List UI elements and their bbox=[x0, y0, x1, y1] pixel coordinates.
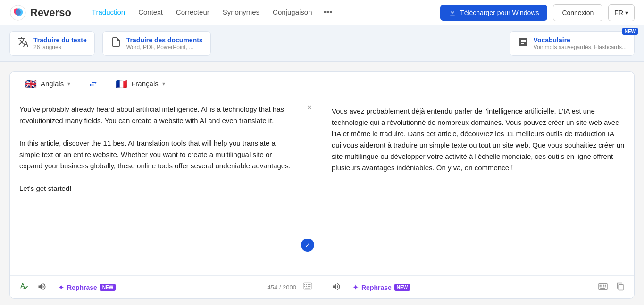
target-rephrase-new-badge: NEW bbox=[394, 284, 410, 291]
check-icon: ✓ bbox=[301, 239, 314, 252]
source-textarea[interactable] bbox=[19, 104, 312, 268]
svg-rect-13 bbox=[601, 284, 602, 285]
nav-context[interactable]: Context bbox=[132, 0, 169, 25]
svg-rect-5 bbox=[309, 284, 311, 285]
target-lang-selector[interactable]: 🇫🇷 Français ▾ bbox=[110, 74, 171, 93]
translation-panels: × ✓ Vous avez probablement déjà entendu … bbox=[10, 96, 634, 275]
source-flag-icon: 🇬🇧 bbox=[25, 78, 37, 90]
target-footer: ✦ Rephrase NEW bbox=[322, 276, 634, 298]
nav-traduction[interactable]: Traduction bbox=[85, 0, 132, 25]
target-flag-icon: 🇫🇷 bbox=[116, 78, 127, 90]
logo-icon bbox=[9, 4, 26, 21]
spell-check-button[interactable] bbox=[17, 280, 31, 295]
translate-text-title: Traduire du texte bbox=[33, 36, 87, 44]
source-lang-chevron-icon: ▾ bbox=[67, 81, 70, 87]
nav-synonymes[interactable]: Synonymes bbox=[216, 0, 266, 25]
chevron-down-icon: ▾ bbox=[625, 9, 628, 16]
translation-output: Vous avez probablement déjà entendu parl… bbox=[332, 104, 625, 175]
swap-languages-button[interactable] bbox=[85, 76, 100, 91]
nav-correcteur[interactable]: Correcteur bbox=[169, 0, 216, 25]
target-rephrase-label: Rephrase bbox=[361, 284, 392, 291]
target-keyboard-button[interactable] bbox=[596, 280, 610, 295]
svg-rect-7 bbox=[306, 286, 307, 287]
svg-rect-17 bbox=[601, 286, 602, 287]
keyboard-icon bbox=[303, 282, 312, 290]
header: Reverso Traduction Context Correcteur Sy… bbox=[0, 0, 644, 25]
svg-rect-14 bbox=[603, 284, 604, 285]
vocab-card[interactable]: NEW Vocabulaire Voir mots sauvegardés, F… bbox=[510, 31, 635, 56]
connexion-button[interactable]: Connexion bbox=[553, 4, 602, 21]
target-rephrase-button[interactable]: ✦ Rephrase NEW bbox=[348, 280, 415, 295]
rephrase-label: Rephrase bbox=[67, 284, 97, 291]
translate-doc-info: Traduire des documents Word, PDF, PowerP… bbox=[126, 36, 203, 50]
source-footer: ✦ Rephrase NEW 454 / 2000 bbox=[10, 276, 322, 298]
target-lang-chevron-icon: ▾ bbox=[162, 81, 165, 87]
download-button[interactable]: Télécharger pour Windows bbox=[440, 5, 547, 21]
rephrase-new-badge: NEW bbox=[100, 284, 116, 291]
svg-rect-4 bbox=[308, 284, 309, 285]
main-nav: Traduction Context Correcteur Synonymes … bbox=[85, 0, 440, 25]
char-count: 454 / 2000 bbox=[268, 284, 296, 291]
translator-box: 🇬🇧 Anglais ▾ 🇫🇷 Français ▾ × ✓ bbox=[9, 71, 635, 299]
translate-text-icon bbox=[17, 36, 29, 50]
translator-area: 🇬🇧 Anglais ▾ 🇫🇷 Français ▾ × ✓ bbox=[0, 62, 644, 305]
audio-icon bbox=[37, 282, 47, 291]
source-lang-name: Anglais bbox=[41, 80, 64, 88]
nav-more[interactable]: ••• bbox=[319, 0, 337, 25]
source-lang-selector[interactable]: 🇬🇧 Anglais ▾ bbox=[19, 74, 76, 93]
svg-rect-8 bbox=[308, 286, 309, 287]
swap-icon bbox=[88, 79, 98, 89]
svg-rect-20 bbox=[600, 288, 605, 289]
source-audio-button[interactable] bbox=[35, 280, 49, 295]
target-rephrase-plus-icon: ✦ bbox=[352, 283, 359, 292]
svg-rect-15 bbox=[605, 284, 606, 285]
language-selector[interactable]: FR ▾ bbox=[608, 4, 635, 21]
svg-rect-2 bbox=[304, 284, 306, 285]
nav-conjugaison[interactable]: Conjugaison bbox=[266, 0, 318, 25]
translate-text-card[interactable]: Traduire du texte 26 langues bbox=[9, 31, 95, 56]
svg-rect-18 bbox=[603, 286, 604, 287]
vocab-info: Vocabulaire Voir mots sauvegardés, Flash… bbox=[534, 36, 627, 50]
rephrase-plus-icon: ✦ bbox=[58, 283, 64, 292]
target-audio-button[interactable] bbox=[330, 280, 343, 295]
clear-source-button[interactable]: × bbox=[304, 102, 315, 113]
logo[interactable]: Reverso bbox=[9, 4, 71, 21]
subheader-right: NEW Vocabulaire Voir mots sauvegardés, F… bbox=[510, 31, 635, 56]
keyboard-button[interactable] bbox=[301, 280, 314, 295]
translate-doc-title: Traduire des documents bbox=[126, 36, 203, 44]
translate-doc-icon bbox=[110, 36, 122, 50]
subheader: Traduire du texte 26 langues Traduire de… bbox=[0, 25, 644, 62]
target-keyboard-icon bbox=[598, 282, 608, 291]
svg-rect-12 bbox=[600, 284, 601, 285]
header-actions: Télécharger pour Windows Connexion FR ▾ bbox=[440, 4, 635, 21]
svg-rect-10 bbox=[305, 288, 310, 289]
translate-text-info: Traduire du texte 26 langues bbox=[33, 36, 87, 50]
vocab-title: Vocabulaire bbox=[534, 36, 627, 44]
spellcheck-icon bbox=[19, 282, 29, 291]
footer-row: ✦ Rephrase NEW 454 / 2000 bbox=[10, 275, 634, 298]
logo-text: Reverso bbox=[30, 7, 71, 19]
target-footer-right bbox=[596, 280, 627, 295]
translate-text-sub: 26 langues bbox=[33, 44, 87, 50]
svg-rect-9 bbox=[309, 286, 311, 287]
target-panel: Vous avez probablement déjà entendu parl… bbox=[322, 96, 634, 275]
target-lang-name: Français bbox=[131, 80, 159, 88]
translate-doc-card[interactable]: Traduire des documents Word, PDF, PowerP… bbox=[102, 31, 211, 56]
new-badge: NEW bbox=[622, 28, 638, 35]
download-icon bbox=[449, 9, 456, 16]
svg-rect-19 bbox=[605, 286, 606, 287]
vocab-icon bbox=[518, 36, 529, 50]
copy-icon bbox=[616, 282, 625, 291]
svg-rect-3 bbox=[306, 284, 307, 285]
lang-selector-bar: 🇬🇧 Anglais ▾ 🇫🇷 Français ▾ bbox=[10, 72, 634, 96]
translate-doc-sub: Word, PDF, PowerPoint, ... bbox=[126, 44, 203, 50]
svg-rect-16 bbox=[600, 286, 601, 287]
source-panel: × ✓ bbox=[10, 96, 322, 275]
svg-rect-6 bbox=[304, 286, 306, 287]
source-rephrase-button[interactable]: ✦ Rephrase NEW bbox=[53, 280, 120, 295]
copy-button[interactable] bbox=[614, 280, 627, 295]
target-audio-icon bbox=[332, 282, 341, 291]
vocab-sub: Voir mots sauvegardés, Flashcards... bbox=[534, 44, 627, 50]
